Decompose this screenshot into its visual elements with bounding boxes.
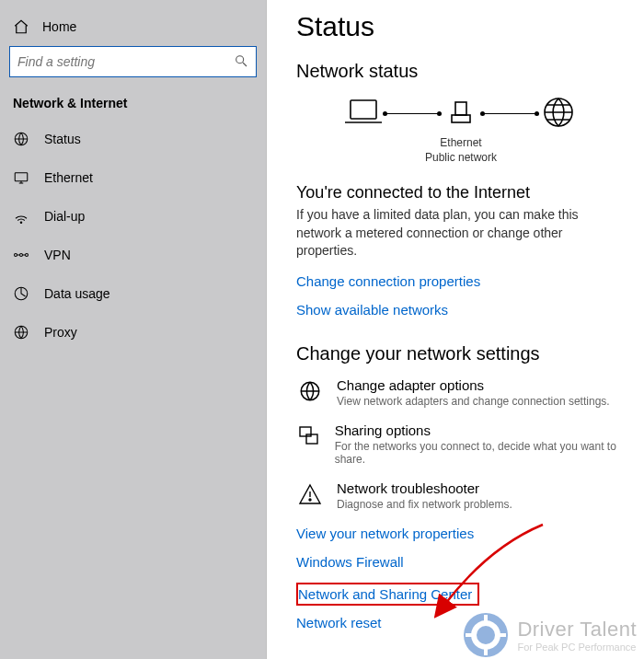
sidebar-item-label: Dial-up xyxy=(44,209,85,224)
network-diagram xyxy=(296,95,626,133)
sidebar-item-label: Proxy xyxy=(44,325,77,340)
link-change-connection-properties[interactable]: Change connection properties xyxy=(296,273,480,289)
svg-rect-16 xyxy=(455,102,466,115)
sidebar: Home Network & Internet Status Ethernet xyxy=(0,0,267,659)
search-icon xyxy=(234,53,248,71)
warning-icon xyxy=(296,482,324,510)
sidebar-item-datausage[interactable]: Data usage xyxy=(0,274,266,313)
link-view-network-properties[interactable]: View your network properties xyxy=(296,526,626,541)
svg-point-7 xyxy=(15,254,17,257)
option-desc: View network adapters and change connect… xyxy=(337,395,610,408)
section-title: Network & Internet xyxy=(0,90,266,120)
search-input[interactable] xyxy=(9,46,257,77)
sidebar-item-ethernet[interactable]: Ethernet xyxy=(0,158,266,197)
option-desc: For the networks you connect to, decide … xyxy=(335,440,626,466)
sidebar-item-label: Data usage xyxy=(44,286,110,301)
datausage-icon xyxy=(13,285,29,302)
svg-point-0 xyxy=(236,55,244,63)
svg-point-9 xyxy=(26,254,29,257)
option-title: Network troubleshooter xyxy=(337,480,512,496)
home-icon xyxy=(13,18,29,35)
main-content: Status Network status Ethernet Public ne… xyxy=(267,0,644,659)
search-field[interactable] xyxy=(17,54,234,69)
diagram-caption: Ethernet Public network xyxy=(296,136,626,165)
link-windows-firewall[interactable]: Windows Firewall xyxy=(296,554,626,570)
sidebar-item-label: Ethernet xyxy=(44,170,93,185)
connected-heading: You're connected to the Internet xyxy=(296,183,626,202)
option-desc: Diagnose and fix network problems. xyxy=(337,498,512,511)
dialup-icon xyxy=(13,208,29,225)
option-change-adapter[interactable]: Change adapter options View network adap… xyxy=(296,377,626,408)
svg-point-8 xyxy=(20,254,23,257)
home-label: Home xyxy=(42,19,76,34)
highlight-network-sharing-center: Network and Sharing Center xyxy=(296,583,479,606)
option-troubleshooter[interactable]: Network troubleshooter Diagnose and fix … xyxy=(296,480,626,511)
link-network-reset[interactable]: Network reset xyxy=(296,615,626,630)
link-network-sharing-center[interactable]: Network and Sharing Center xyxy=(298,586,472,602)
sidebar-item-vpn[interactable]: VPN xyxy=(0,236,266,274)
svg-rect-3 xyxy=(15,173,28,181)
globe-icon xyxy=(536,95,581,133)
svg-line-1 xyxy=(243,63,247,66)
svg-point-25 xyxy=(309,499,311,501)
network-status-heading: Network status xyxy=(296,61,626,82)
laptop-icon xyxy=(341,97,385,131)
sidebar-item-label: Status xyxy=(44,132,81,146)
status-icon xyxy=(13,131,29,147)
option-title: Sharing options xyxy=(335,422,626,438)
proxy-icon xyxy=(13,324,29,341)
ethernet-icon xyxy=(13,169,29,186)
link-show-available-networks[interactable]: Show available networks xyxy=(296,302,448,318)
adapter-icon xyxy=(296,379,324,407)
change-settings-heading: Change your network settings xyxy=(296,343,626,364)
connected-desc: If you have a limited data plan, you can… xyxy=(296,206,626,260)
svg-rect-17 xyxy=(452,115,470,122)
vpn-icon xyxy=(13,247,29,263)
router-icon xyxy=(439,97,483,131)
sidebar-item-dialup[interactable]: Dial-up xyxy=(0,197,266,236)
sharing-icon xyxy=(296,424,322,452)
sidebar-item-status[interactable]: Status xyxy=(0,120,266,158)
page-title: Status xyxy=(296,11,626,42)
svg-rect-14 xyxy=(351,100,376,119)
home-button[interactable]: Home xyxy=(0,11,266,46)
option-title: Change adapter options xyxy=(337,377,610,393)
svg-point-6 xyxy=(20,222,22,224)
sidebar-item-proxy[interactable]: Proxy xyxy=(0,313,266,352)
option-sharing[interactable]: Sharing options For the networks you con… xyxy=(296,422,626,466)
sidebar-item-label: VPN xyxy=(44,248,71,262)
